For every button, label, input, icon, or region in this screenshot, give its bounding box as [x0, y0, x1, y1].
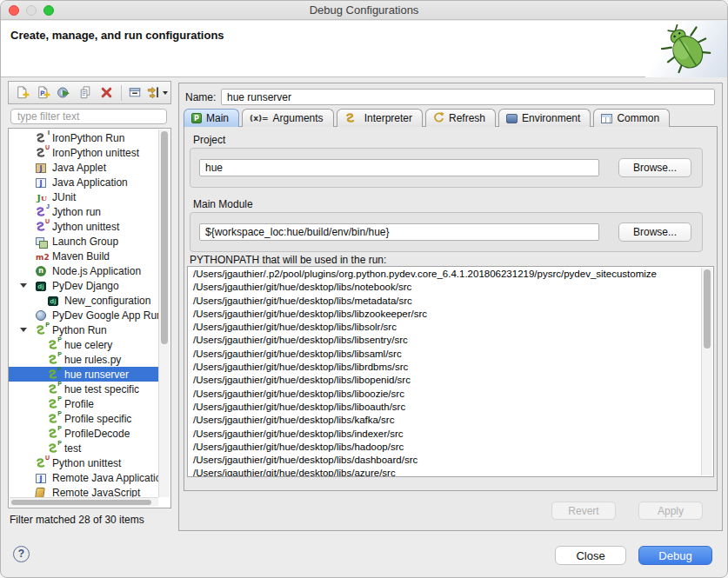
pydev-main-icon — [191, 113, 202, 123]
toolbar-separator — [121, 85, 122, 101]
tree-item-label: IronPython Run — [52, 132, 124, 144]
expander-icon[interactable] — [20, 283, 27, 288]
tree-item-label: Profile — [64, 398, 94, 410]
tab-refresh[interactable]: Refresh — [425, 109, 496, 127]
tree-item-hue-rules-py[interactable]: hue rules.py — [9, 352, 158, 367]
tree-item-launch-group[interactable]: Launch Group — [9, 234, 158, 249]
tab-main[interactable]: Main — [184, 109, 239, 127]
tree-item-label: hue celery — [64, 339, 112, 351]
maven-build-icon — [35, 250, 48, 262]
tab-arguments[interactable]: (x)=Arguments — [242, 109, 334, 127]
main-tab-content: Project Browse... Main Module Browse... … — [184, 126, 718, 491]
junit-icon — [35, 191, 48, 203]
tree-item-hue-runserver[interactable]: hue runserver — [9, 367, 158, 382]
arguments-icon: (x)= — [250, 114, 269, 123]
pythonpath-entry: /Users/jgauthier/git/hue/desktop/libs/ka… — [188, 414, 701, 427]
tree-item-remote-javascript[interactable]: Remote JavaScript — [9, 485, 158, 497]
filter-status: Filter matched 28 of 30 items — [10, 514, 144, 526]
filter-dropdown-caret — [163, 91, 168, 95]
tree-item-remote-java-application[interactable]: Remote Java Application — [9, 470, 158, 485]
tab-label: Main — [206, 112, 229, 124]
tab-label: Interpreter — [364, 112, 412, 124]
tab-interpreter[interactable]: Interpreter — [337, 109, 423, 127]
tree-item-label: Maven Build — [52, 250, 110, 262]
new-launch-configuration-icon[interactable] — [11, 83, 32, 103]
help-button[interactable]: ? — [13, 546, 30, 562]
tree-item-pydev-django[interactable]: PyDev Django — [9, 278, 158, 293]
project-group: Browse... — [190, 148, 703, 188]
tree-item-java-application[interactable]: Java Application — [9, 175, 158, 189]
python-run-icon — [47, 413, 60, 425]
editor-tabs: Main (x)=Arguments Interpreter Refresh E… — [184, 108, 672, 127]
pythonpath-entry: /Users/jgauthier/git/hue/desktop/libs/li… — [188, 388, 701, 401]
revert-apply-row: Revert Apply — [551, 502, 703, 520]
tree-horizontal-scrollbar-thumb[interactable] — [11, 500, 151, 505]
collapse-all-icon[interactable] — [125, 83, 146, 103]
tab-common[interactable]: Common — [593, 109, 670, 127]
java-applet-icon — [35, 162, 48, 174]
apply-button[interactable]: Apply — [638, 502, 703, 520]
tree-item-hue-celery[interactable]: hue celery — [9, 337, 158, 352]
tree-item-profile-specific[interactable]: Profile specific — [9, 411, 158, 426]
tree-horizontal-scrollbar — [10, 497, 158, 507]
main-module-browse-button[interactable]: Browse... — [618, 223, 691, 242]
tree-item-nodejs-application[interactable]: Node.js Application — [9, 263, 158, 278]
tree-item-maven-build[interactable]: Maven Build — [9, 249, 158, 263]
tree-item-hue-test-specific[interactable]: hue test specific — [9, 382, 158, 396]
export-launch-configurations-icon[interactable] — [54, 83, 75, 103]
tree-item-label: Profile specific — [64, 413, 131, 425]
tree-item-profile[interactable]: Profile — [9, 396, 158, 411]
pythonpath-entry: /Users/jgauthier/git/hue/desktop/libs/da… — [188, 454, 701, 467]
pythonpath-entry: /Users/jgauthier/git/hue/desktop/libs/az… — [188, 467, 701, 476]
panel-splitter[interactable] — [171, 81, 178, 529]
tab-label: Environment — [522, 112, 580, 124]
main-module-input[interactable] — [199, 223, 599, 241]
tree-item-label: Launch Group — [52, 236, 118, 248]
pythonpath-scrollbar-thumb[interactable] — [704, 269, 711, 349]
project-input[interactable] — [199, 159, 599, 176]
window-title: Debug Configurations — [1, 3, 727, 17]
filter-input[interactable] — [10, 109, 167, 124]
python-run-icon — [47, 398, 60, 410]
tree-item-label: Remote JavaScript — [52, 487, 140, 498]
tree-item-python-run[interactable]: Python Run — [9, 322, 158, 337]
tree-item-label: PyDev Google App Run — [52, 309, 158, 322]
filter-launch-configurations-icon[interactable] — [146, 83, 168, 103]
project-browse-button[interactable]: Browse... — [618, 158, 691, 177]
tree-item-label: New_configuration — [64, 295, 150, 307]
tree-item-junit[interactable]: JUnit — [9, 189, 158, 204]
tree-item-jython-run[interactable]: Jython run — [9, 204, 158, 219]
name-input[interactable] — [221, 89, 715, 105]
tree-item-jython-unittest[interactable]: Jython unittest — [9, 219, 158, 234]
python-run-icon — [35, 324, 48, 336]
tree-item-python-unittest[interactable]: Python unittest — [9, 455, 158, 470]
tree-item-new-configuration[interactable]: New_configuration — [9, 293, 158, 308]
launch-group-icon — [35, 236, 48, 248]
tree-vertical-scrollbar-thumb[interactable] — [161, 131, 168, 344]
debug-button[interactable]: Debug — [638, 546, 712, 565]
tree-item-test[interactable]: test — [9, 441, 158, 455]
pythonpath-scrollbar — [701, 268, 712, 475]
new-launch-prototype-icon[interactable]: P — [32, 83, 53, 103]
pythonpath-entry: /Users/jgauthier/git/hue/desktop/libs/me… — [188, 295, 701, 308]
tree-item-pydev-google-app-run[interactable]: PyDev Google App Run — [9, 308, 158, 322]
duplicate-launch-configuration-icon[interactable] — [75, 83, 96, 103]
revert-button[interactable]: Revert — [551, 502, 616, 520]
tree-item-label: Jython run — [52, 206, 101, 218]
pythonpath-entry: /Users/jgauthier/git/hue/desktop/libs/no… — [188, 281, 701, 294]
tree-item-label: hue test specific — [64, 383, 139, 395]
tree-item-ironpython-run[interactable]: IronPython Run — [9, 130, 158, 145]
close-button[interactable]: Close — [555, 546, 626, 565]
expander-icon[interactable] — [20, 328, 27, 332]
nodejs-icon — [35, 265, 48, 277]
tab-environment[interactable]: Environment — [498, 109, 591, 127]
python-run-icon — [47, 428, 60, 440]
tree-item-label: Python Run — [52, 324, 107, 336]
name-label: Name: — [185, 91, 216, 103]
tree-item-ironpython-unittest[interactable]: IronPython unittest — [9, 145, 158, 160]
pythonpath-entry: /Users/jgauthier/.p2/pool/plugins/org.py… — [188, 268, 701, 281]
ironpython-run-icon — [35, 132, 48, 144]
delete-launch-configuration-icon[interactable] — [96, 83, 117, 103]
tree-item-profiledecode[interactable]: ProfileDecode — [9, 426, 158, 441]
tree-item-java-applet[interactable]: Java Applet — [9, 160, 158, 175]
